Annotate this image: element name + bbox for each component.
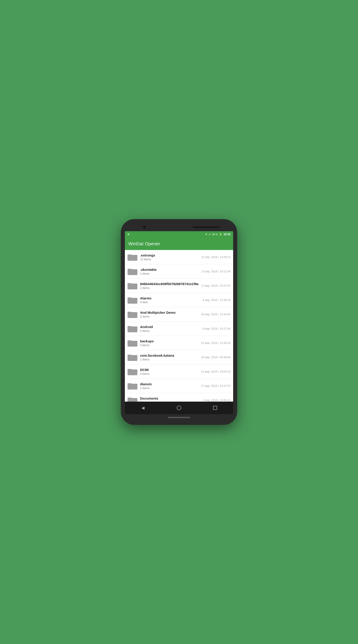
phone-bottom-hardware [125,414,233,421]
folder-icon [128,310,137,318]
list-item[interactable]: Alarms 0 item 6 мар. 2018 г. 12:36:16 [125,293,233,307]
clock: 16:35 [223,233,230,236]
svg-rect-13 [128,340,132,342]
folder-icon [128,339,137,347]
file-name: com.facebook.katana [140,354,201,357]
file-name: .estrongs [140,253,201,257]
bottom-pill [168,417,190,418]
svg-rect-5 [128,283,132,284]
status-left [128,234,129,235]
list-item[interactable]: Android 3 items 6 мар. 2018 г. 14:17:40 [125,322,233,336]
list-item[interactable]: backups 3 items 22 мар. 2018 г. 22:45:16 [125,336,233,350]
svg-rect-15 [128,355,132,356]
back-icon: ◀ [141,406,145,410]
home-icon [177,406,181,410]
file-name: DCIM [140,368,201,372]
file-date: 12 апр. 2018 г. 14:09:13 [201,256,230,259]
file-count: 4 items [140,372,201,376]
file-date: 3 апр. 2018 г. 14:54:11 [203,399,230,402]
file-count: 0 item [140,300,202,304]
file-name: dianxin [140,382,201,386]
nav-bar: ◀ [125,402,233,414]
status-right: ▼ ✕ 98 % 🔋 16:35 [205,233,230,236]
list-item[interactable]: Documents 0 item 3 апр. 2018 г. 14:54:11 [125,393,233,402]
phone-screen: ▼ ✕ 98 % 🔋 16:35 WinDat Opener [125,223,233,421]
list-item[interactable]: .vkontakte 1 items 13 апр. 2018 г. 18:13… [125,264,233,278]
file-name: Documents [140,396,203,400]
svg-rect-21 [128,398,132,399]
list-item[interactable]: dianxin 1 items 17 мар. 2018 г. 23:47:07 [125,379,233,393]
folder-icon [128,253,137,261]
file-name: backups [140,339,201,343]
file-name: 846b44643ec609f507828878741e1f9a [140,282,201,286]
home-button[interactable] [175,404,183,412]
camera [143,226,146,229]
folder-icon [128,368,137,376]
svg-rect-11 [128,326,132,327]
battery-indicator: 98 % [212,233,218,236]
list-item[interactable]: DCIM 4 items 14 мар. 2018 г. 19:03:15 [125,364,233,379]
file-count: 1 items [140,386,201,390]
folder-icon [128,296,137,304]
file-info: .vkontakte 1 items [140,268,201,275]
recents-icon [213,406,217,410]
phone-top-hardware [125,223,233,231]
file-list[interactable]: .estrongs 12 items 12 апр. 2018 г. 14:09… [125,250,233,402]
list-item[interactable]: .estrongs 12 items 12 апр. 2018 г. 14:09… [125,250,233,264]
file-info: Documents 0 item [140,396,203,402]
folder-icon [128,396,137,402]
svg-rect-9 [128,312,132,313]
svg-rect-1 [128,254,132,256]
file-name: Android [140,325,202,329]
svg-rect-3 [128,269,132,270]
file-date: 17 мар. 2018 г. 23:47:07 [201,284,230,287]
app-bar: WinDat Opener [125,238,233,250]
list-item[interactable]: 846b44643ec609f507828878741e1f9a 1 items… [125,278,233,293]
file-info: com.facebook.katana 1 items [140,354,201,361]
file-info: Android 3 items [140,325,202,332]
back-button[interactable]: ◀ [139,404,147,412]
file-date: 6 мар. 2018 г. 12:36:16 [202,298,230,302]
file-date: 13 апр. 2018 г. 18:13:34 [201,270,230,273]
file-date: 22 мар. 2018 г. 22:45:16 [201,342,230,344]
file-date: 14 мар. 2018 г. 19:03:15 [201,370,230,373]
file-name: Alarms [140,296,202,300]
file-info: .estrongs 12 items [140,253,201,261]
file-date: 26 мар. 2018 г. 09:48:46 [201,356,230,359]
folder-icon [128,282,137,290]
svg-rect-17 [128,369,132,370]
battery-icon: 🔋 [219,233,222,236]
file-info: 846b44643ec609f507828878741e1f9a 1 items [140,282,201,290]
file-count: 12 items [140,258,201,261]
list-item[interactable]: com.facebook.katana 1 items 26 мар. 2018… [125,350,233,364]
file-info: dianxin 1 items [140,382,201,390]
screen-content: ▼ ✕ 98 % 🔋 16:35 WinDat Opener [125,231,233,402]
status-bar: ▼ ✕ 98 % 🔋 16:35 [125,231,233,238]
file-date: 28 мар. 2018 г. 21:44:04 [201,313,230,316]
file-info: And Multipicker Demo 2 items [140,310,201,318]
wifi-icon: ▼ [205,233,207,236]
phone-device: ▼ ✕ 98 % 🔋 16:35 WinDat Opener [121,219,237,425]
file-count: 1 items [140,272,201,275]
folder-icon [128,353,137,361]
speaker [193,226,220,228]
folder-icon [128,268,137,276]
file-name: .vkontakte [140,268,201,272]
app-title: WinDat Opener [128,241,160,246]
svg-rect-7 [128,298,132,299]
file-count: 3 items [140,344,201,347]
file-count: 1 items [140,358,201,361]
file-count: 1 items [140,286,201,290]
folder-icon [128,382,137,390]
file-date: 6 мар. 2018 г. 14:17:40 [202,327,230,330]
file-info: Alarms 0 item [140,296,202,304]
list-item[interactable]: And Multipicker Demo 2 items 28 мар. 201… [125,307,233,322]
signal-icon: ✕ [209,233,211,236]
file-date: 17 мар. 2018 г. 23:47:07 [201,384,230,388]
file-count: 2 items [140,315,201,318]
svg-rect-19 [128,383,132,384]
recents-button[interactable] [211,404,219,412]
file-count: 3 items [140,329,202,332]
signal-dot [128,234,129,235]
folder-icon [128,325,137,333]
